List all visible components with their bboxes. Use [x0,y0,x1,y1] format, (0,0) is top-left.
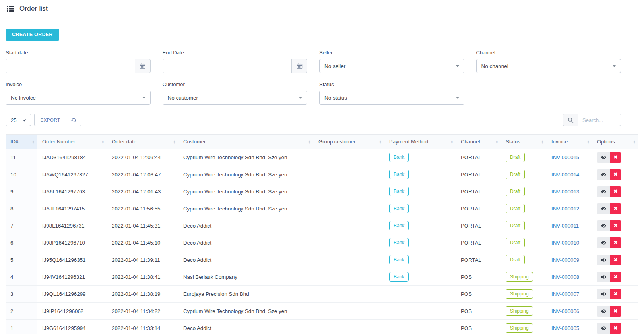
sort-icon: ▲▼ [496,139,498,144]
cell-order-date: 2022-01-04 12:03:47 [107,166,178,183]
create-order-button[interactable]: CREATE ORDER [6,29,59,41]
view-order-button[interactable] [597,272,610,282]
view-order-button[interactable] [597,323,610,334]
column-header-channel[interactable]: Channel▲▼ [456,135,501,149]
seller-label: Seller [319,50,464,56]
invoice-select[interactable]: No invoice [6,91,151,105]
invoice-link[interactable]: INV-000015 [551,154,579,160]
column-header-order-number[interactable]: Order Number▲▼ [37,135,107,149]
cell-group-customer [314,286,384,303]
view-order-button[interactable] [597,220,610,231]
invoice-link[interactable]: INV-000009 [551,257,579,263]
delete-order-button[interactable]: ✖ [610,186,621,197]
options-button-group: ✖ [597,237,621,248]
cell-payment-method: Bank [384,217,456,234]
column-header-options[interactable]: Options▲▼ [592,135,638,149]
cell-id: 7 [6,217,37,234]
delete-order-button[interactable]: ✖ [610,306,621,317]
cell-options: ✖ [592,303,638,320]
order-table: ID#▲▼ Order Number▲▼ Order date▲▼ Custom… [6,134,638,334]
view-order-button[interactable] [597,186,610,197]
invoice-link[interactable]: INV-000008 [551,274,579,280]
delete-order-button[interactable]: ✖ [610,220,621,231]
filter-seller: Seller No seller [319,50,464,73]
cell-id: 10 [6,166,37,183]
search-icon-button[interactable] [563,114,578,126]
table-row: 6IJ98P16412967102022-01-04 11:45:10Deco … [6,234,638,251]
column-header-customer[interactable]: Customer▲▼ [178,135,314,149]
sort-icon: ▲▼ [451,139,453,144]
cell-order-number: IJ98L1641296731 [37,217,107,234]
page-size-select[interactable]: 25 [6,114,31,126]
cell-options: ✖ [592,166,638,183]
invoice-link[interactable]: INV-000013 [551,189,579,195]
sort-icon: ▲▼ [102,139,104,144]
seller-select[interactable]: No seller [319,59,464,73]
column-header-id[interactable]: ID#▲▼ [6,135,37,149]
view-order-button[interactable] [597,289,610,299]
end-date-calendar-button[interactable] [291,59,307,73]
delete-order-button[interactable]: ✖ [610,289,621,299]
search-input[interactable] [578,114,621,126]
delete-order-button[interactable]: ✖ [610,255,621,265]
view-order-button[interactable] [597,169,610,180]
invoice-link[interactable]: INV-000011 [551,223,579,229]
column-header-group-customer[interactable]: Group customer▲▼ [314,135,384,149]
column-header-status[interactable]: Status▲▼ [501,135,547,149]
channel-select[interactable]: No channel [476,59,621,73]
view-order-button[interactable] [597,255,610,265]
table-row: 3IJ9QL16412962992022-01-04 11:38:19Euroj… [6,286,638,303]
options-button-group: ✖ [597,323,621,334]
refresh-button[interactable] [66,114,81,126]
payment-method-badge: Bank [389,272,409,282]
x-icon: ✖ [613,240,617,245]
column-header-invoice[interactable]: Invoice▲▼ [547,135,592,149]
filter-start-date: Start date [6,50,151,73]
eye-icon [601,274,607,280]
invoice-link[interactable]: INV-000014 [551,172,579,178]
delete-order-button[interactable]: ✖ [610,323,621,334]
end-date-input[interactable] [163,59,292,73]
eye-icon [601,206,607,212]
export-button[interactable]: EXPORT [34,114,66,126]
cell-group-customer [314,200,384,217]
status-select[interactable]: No status [319,91,464,105]
invoice-link[interactable]: INV-000012 [551,206,579,212]
column-header-payment-method[interactable]: Payment Method▲▼ [384,135,456,149]
table-row: 7IJ98L16412967312022-01-04 11:45:31Deco … [6,217,638,234]
delete-order-button[interactable]: ✖ [610,237,621,248]
cell-channel: POS [456,268,501,286]
view-order-button[interactable] [597,203,610,214]
cell-invoice: INV-000011 [547,217,592,234]
view-order-button[interactable] [597,237,610,248]
cell-invoice: INV-000009 [547,251,592,268]
cell-payment-method [384,286,456,303]
x-icon: ✖ [613,189,617,194]
cell-options: ✖ [592,217,638,234]
table-row: 2IJ9IP16412960622022-01-04 11:34:22Cypri… [6,303,638,320]
cell-id: 6 [6,234,37,251]
cell-options: ✖ [592,149,638,166]
start-date-input[interactable] [6,59,135,73]
delete-order-button[interactable]: ✖ [610,203,621,214]
customer-select[interactable]: No customer [163,91,308,105]
cell-payment-method: Bank [384,183,456,200]
view-order-button[interactable] [597,152,610,163]
delete-order-button[interactable]: ✖ [610,169,621,180]
start-date-calendar-button[interactable] [135,59,151,73]
cell-order-date: 2022-01-04 11:45:31 [107,217,178,234]
cell-status: Draft [501,149,547,166]
column-header-order-date[interactable]: Order date▲▼ [107,135,178,149]
cell-channel: POS [456,286,501,303]
invoice-link[interactable]: INV-000006 [551,308,579,314]
cell-status: Draft [501,217,547,234]
view-order-button[interactable] [597,306,610,317]
delete-order-button[interactable]: ✖ [610,152,621,163]
invoice-link[interactable]: INV-000010 [551,240,579,246]
delete-order-button[interactable]: ✖ [610,272,621,282]
table-row: 8IJAJL16412974152022-01-04 11:56:55Cypri… [6,200,638,217]
options-button-group: ✖ [597,152,621,163]
invoice-link[interactable]: INV-000005 [551,325,579,331]
invoice-link[interactable]: INV-000007 [551,291,579,297]
cell-group-customer [314,268,384,286]
